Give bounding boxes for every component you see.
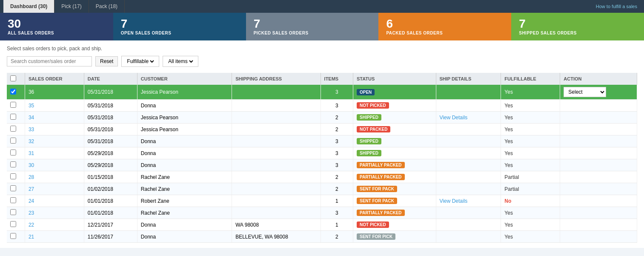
status-badge: PARTIALLY PACKED (357, 174, 405, 180)
sales-order-link[interactable]: 30 (29, 162, 34, 168)
row-status: SHIPPED (353, 135, 436, 147)
row-status: SENT FOR PICK (353, 231, 436, 243)
row-sales-order: 36 (25, 85, 84, 100)
fulfillable-filter[interactable]: Fulfillable All (121, 56, 159, 67)
reset-button[interactable]: Reset (95, 56, 118, 66)
table-row: 30 05/29/2018 Donna 3 PARTIALLY PACKED Y… (7, 159, 637, 171)
row-fulfillable: Yes (501, 85, 560, 100)
th-date: DATE (84, 73, 137, 85)
search-input[interactable] (7, 56, 92, 66)
row-status: OPEN (353, 85, 436, 100)
ship-details-link[interactable]: View Details (440, 115, 468, 121)
status-badge: SENT FOR PACK (357, 198, 397, 204)
row-action: SelectPickPackShip (560, 85, 637, 100)
table-row: 23 01/01/2018 Rachel Zane 3 PARTIALLY PA… (7, 207, 637, 219)
row-checkbox[interactable] (10, 138, 16, 144)
sales-order-link[interactable]: 32 (29, 138, 34, 144)
select-all-checkbox[interactable] (10, 75, 16, 81)
row-checkbox[interactable] (10, 221, 16, 227)
row-checkbox[interactable] (10, 150, 16, 155)
row-fulfillable: Partial (501, 171, 560, 183)
row-customer: Donna (137, 219, 232, 231)
summary-cards: 30 ALL SALES ORDERS 7 OPEN SALES ORDERS … (0, 13, 644, 40)
row-ship-details (436, 159, 501, 171)
table-row: 36 05/31/2018 Jessica Pearson 3 OPEN Yes… (7, 85, 637, 100)
sales-order-link[interactable]: 34 (29, 115, 34, 121)
th-action: ACTION (560, 73, 637, 85)
row-shipping-address (232, 207, 321, 219)
row-checkbox[interactable] (10, 126, 16, 132)
sales-order-link[interactable]: 24 (29, 198, 34, 204)
sales-order-link[interactable]: 22 (29, 222, 34, 228)
ship-details-link[interactable]: View Details (440, 198, 468, 204)
row-date: 05/31/2018 (84, 124, 137, 135)
row-customer: Rachel Zane (137, 207, 232, 219)
row-shipping-address (232, 171, 321, 183)
row-checkbox[interactable] (10, 114, 16, 120)
row-checkbox[interactable] (10, 185, 16, 191)
row-ship-details (436, 207, 501, 219)
row-date: 05/29/2018 (84, 159, 137, 171)
row-checkbox[interactable] (10, 102, 16, 108)
row-action (560, 100, 637, 112)
sales-order-link[interactable]: 31 (29, 150, 34, 156)
card-open-label: OPEN SALES ORDERS (121, 31, 238, 35)
row-shipping-address (232, 195, 321, 207)
status-badge: PARTIALLY PACKED (357, 210, 405, 216)
row-ship-details: View Details (436, 195, 501, 207)
row-items: 2 (321, 171, 353, 183)
card-packed[interactable]: 6 PACKED SALES ORDERS (378, 13, 511, 40)
row-action (560, 183, 637, 195)
sales-order-link[interactable]: 21 (29, 234, 34, 240)
sales-order-link[interactable]: 36 (29, 89, 34, 95)
sales-order-link[interactable]: 33 (29, 127, 34, 132)
row-sales-order: 24 (25, 195, 84, 207)
status-badge: PARTIALLY PACKED (357, 162, 405, 168)
row-date: 05/31/2018 (84, 85, 137, 100)
status-badge: NOT PACKED (357, 126, 390, 132)
row-checkbox[interactable] (10, 233, 16, 239)
row-checkbox-cell (7, 219, 25, 231)
row-status: SENT FOR PACK (353, 195, 436, 207)
card-open[interactable]: 7 OPEN SALES ORDERS (113, 13, 246, 40)
row-checkbox[interactable] (10, 173, 16, 179)
row-checkbox[interactable] (10, 161, 16, 167)
row-checkbox[interactable] (10, 197, 16, 203)
tab-dashboard[interactable]: Dashboard (30) (3, 0, 54, 13)
row-checkbox[interactable] (10, 209, 16, 215)
table-row: 35 05/31/2018 Donna 3 NOT PICKED Yes (7, 100, 637, 112)
row-action (560, 207, 637, 219)
th-items: ITEMS (321, 73, 353, 85)
row-status: NOT PICKED (353, 219, 436, 231)
row-checkbox-cell (7, 100, 25, 112)
card-all[interactable]: 30 ALL SALES ORDERS (0, 13, 113, 40)
row-checkbox-cell (7, 85, 25, 100)
tab-pick[interactable]: Pick (17) (54, 0, 89, 13)
sales-order-link[interactable]: 23 (29, 210, 34, 216)
fulfillable-select[interactable]: Fulfillable All (125, 58, 155, 65)
row-checkbox[interactable] (10, 89, 16, 95)
row-date: 01/01/2018 (84, 207, 137, 219)
how-to-link[interactable]: How to fulfill a sales (596, 4, 641, 9)
sales-order-link[interactable]: 35 (29, 103, 34, 109)
items-select[interactable]: All items (166, 58, 195, 65)
items-filter[interactable]: All items (163, 56, 198, 67)
row-sales-order: 32 (25, 135, 84, 147)
instruction-text: Select sales orders to pick, pack and sh… (7, 46, 637, 52)
card-shipped[interactable]: 7 SHIPPED SALES ORDERS (511, 13, 644, 40)
th-shipping-address: SHIPPING ADDRESS (232, 73, 321, 85)
tab-pack[interactable]: Pack (18) (89, 0, 125, 13)
row-items: 2 (321, 112, 353, 124)
row-sales-order: 21 (25, 231, 84, 243)
row-fulfillable: Yes (501, 100, 560, 112)
row-checkbox-cell (7, 135, 25, 147)
row-shipping-address (232, 183, 321, 195)
row-status: PARTIALLY PACKED (353, 171, 436, 183)
action-select[interactable]: SelectPickPackShip (564, 87, 606, 97)
row-items: 1 (321, 219, 353, 231)
card-picked[interactable]: 7 PICKED SALES ORDERS (246, 13, 379, 40)
row-ship-details (436, 231, 501, 243)
row-ship-details (436, 219, 501, 231)
sales-order-link[interactable]: 28 (29, 174, 34, 180)
sales-order-link[interactable]: 27 (29, 186, 34, 192)
